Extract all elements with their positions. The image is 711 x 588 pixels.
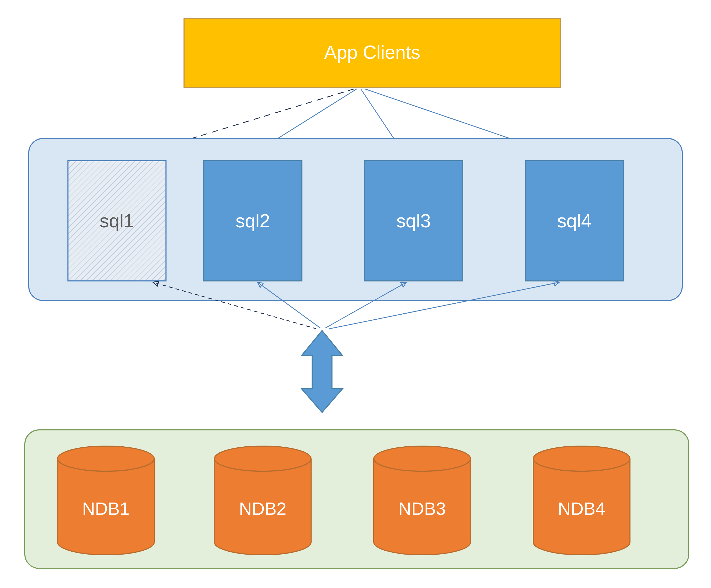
svg-point-10: [214, 446, 311, 471]
ndb2-label: NDB2: [239, 499, 286, 519]
sql2-label: sql2: [236, 210, 270, 231]
sql3-label: sql3: [396, 210, 431, 231]
svg-point-12: [533, 446, 630, 471]
ndb-node-ndb4: NDB4: [533, 446, 630, 555]
sql-node-sql2: sql2: [204, 161, 302, 281]
app-clients-label: App Clients: [324, 42, 420, 63]
sql-node-sql4: sql4: [525, 161, 623, 281]
ndb-node-ndb2: NDB2: [214, 446, 311, 555]
app-clients-box: App Clients: [184, 18, 560, 88]
sql-node-sql1: sql1: [68, 161, 166, 281]
sql4-label: sql4: [557, 210, 591, 231]
ndb3-label: NDB3: [398, 499, 446, 519]
ndb4-label: NDB4: [558, 499, 605, 519]
svg-point-11: [374, 446, 471, 471]
ndb-node-ndb1: NDB1: [58, 446, 154, 555]
sql-ndb-double-arrow: [302, 331, 342, 412]
sql-container: sql1 sql2 sql3 sql4: [29, 138, 682, 301]
architecture-diagram: App Clients sql1 sql2 sql3: [0, 0, 711, 588]
ndb-node-ndb3: NDB3: [374, 446, 471, 555]
sql1-label: sql1: [100, 210, 134, 231]
ndb1-label: NDB1: [82, 499, 129, 519]
sql-node-sql3: sql3: [365, 161, 463, 281]
ndb-container: NDB1 NDB2 NDB3 NDB4: [25, 430, 689, 568]
svg-point-9: [58, 446, 154, 471]
